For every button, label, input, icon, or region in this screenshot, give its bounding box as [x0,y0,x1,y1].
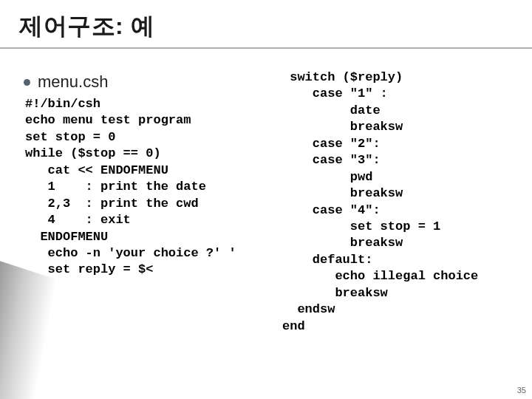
page-number: 35 [517,386,526,395]
left-column: menu.csh #!/bin/csh echo menu test progr… [18,65,276,279]
bullet-icon [24,79,30,86]
code-block-right: switch ($reply) case "1" : date breaksw … [282,69,514,335]
slide: 제어구조: 예 menu.csh #!/bin/csh echo menu te… [0,0,532,399]
slide-title: 제어구조: 예 [19,10,514,43]
content-columns: menu.csh #!/bin/csh echo menu test progr… [18,65,514,335]
right-column: switch ($reply) case "1" : date breaksw … [276,65,514,335]
code-block-left: #!/bin/csh echo menu test program set st… [25,96,276,279]
title-underline [0,47,532,49]
bullet-label: menu.csh [38,72,108,92]
bullet-item: menu.csh [24,72,276,92]
